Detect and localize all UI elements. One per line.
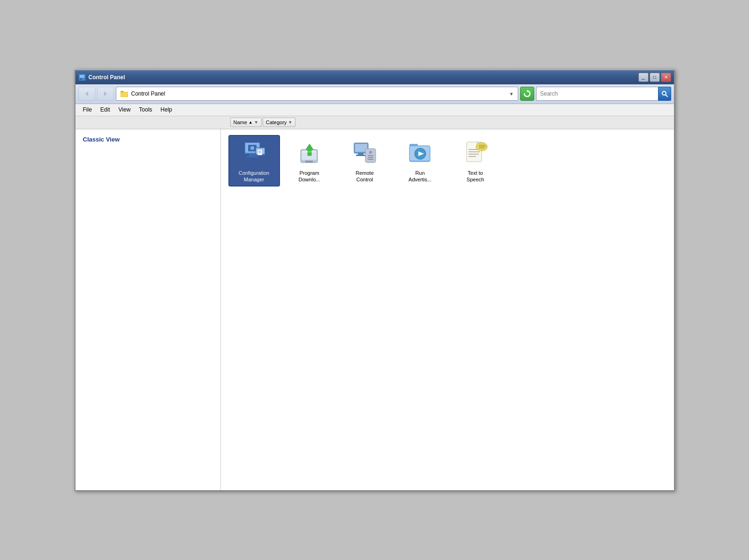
sort-name-dropdown[interactable]: ▼ (254, 120, 258, 125)
title-bar: Control Panel _ □ ✕ (76, 70, 674, 84)
minimize-button[interactable]: _ (638, 73, 649, 82)
run-advertised-image (406, 139, 434, 167)
back-icon (83, 90, 90, 97)
window-icon (78, 74, 86, 81)
sort-toolbar: Name ▲ ▼ Category ▼ (76, 116, 674, 129)
remote-control-label: RemoteControl (356, 170, 374, 183)
svg-rect-35 (368, 157, 373, 158)
svg-rect-2 (80, 78, 82, 80)
items-area: ConfigurationManager (221, 129, 674, 490)
text-to-speech-label: Text toSpeech (467, 170, 484, 183)
close-button[interactable]: ✕ (661, 73, 671, 82)
address-bar: Control Panel ▼ (116, 87, 518, 101)
remote-control-image (351, 139, 379, 167)
sort-arrow-icon: ▲ (249, 120, 253, 125)
control-panel-window: Control Panel _ □ ✕ Control Pan (75, 69, 675, 491)
maximize-button[interactable]: □ (650, 73, 660, 82)
text-to-speech-image (462, 139, 490, 167)
sort-name-label: Name (234, 119, 247, 125)
svg-line-10 (666, 95, 667, 97)
icon-text-to-speech[interactable]: Text toSpeech (450, 135, 501, 187)
program-download-label: ProgramDownlo... (299, 170, 320, 183)
run-advertised-label: RunAdvertis... (409, 170, 431, 183)
title-bar-left: Control Panel (78, 74, 125, 81)
menu-bar: File Edit View Tools Help (76, 104, 674, 116)
svg-point-16 (250, 146, 254, 150)
svg-rect-25 (305, 161, 313, 163)
svg-rect-36 (368, 159, 373, 160)
forward-button[interactable] (97, 87, 114, 101)
refresh-icon (523, 90, 531, 97)
classic-view-label: Classic View (83, 136, 120, 143)
content-area: Name ▲ ▼ Category ▼ Classic View (76, 116, 674, 490)
svg-rect-14 (246, 156, 258, 157)
svg-point-33 (369, 151, 372, 154)
svg-rect-30 (358, 153, 363, 155)
address-text: Control Panel (131, 90, 507, 97)
search-icon (661, 90, 668, 97)
back-button[interactable] (78, 87, 95, 101)
icon-run-advertised[interactable]: RunAdvertis... (394, 135, 446, 187)
svg-rect-31 (356, 155, 365, 156)
sort-category-label: Category (266, 119, 287, 125)
configuration-manager-image (240, 139, 268, 167)
svg-rect-27 (303, 151, 316, 152)
menu-help[interactable]: Help (157, 105, 176, 114)
svg-marker-3 (85, 91, 88, 96)
sort-category-dropdown[interactable]: ▼ (288, 120, 292, 125)
menu-edit[interactable]: Edit (97, 105, 114, 114)
search-container (536, 87, 671, 101)
address-toolbar: Control Panel ▼ (76, 84, 674, 104)
icon-program-download[interactable]: ProgramDownlo... (284, 135, 335, 187)
svg-marker-4 (104, 91, 107, 96)
window-title: Control Panel (89, 74, 125, 81)
sidebar: Classic View (76, 129, 221, 490)
address-dropdown-arrow[interactable]: ▼ (509, 91, 514, 97)
address-folder-icon (120, 90, 129, 98)
main-split: Classic View (76, 129, 674, 490)
sort-name-button[interactable]: Name ▲ ▼ (230, 118, 262, 127)
svg-rect-19 (257, 149, 262, 155)
search-input[interactable] (536, 87, 658, 101)
icon-configuration-manager[interactable]: ConfigurationManager (228, 135, 280, 187)
menu-tools[interactable]: Tools (135, 105, 156, 114)
icon-remote-control[interactable]: RemoteControl (339, 135, 391, 187)
refresh-button[interactable] (520, 87, 534, 101)
svg-rect-13 (249, 154, 256, 156)
search-button[interactable] (658, 87, 671, 101)
svg-rect-7 (121, 92, 128, 97)
svg-rect-34 (368, 155, 373, 156)
forward-icon (102, 90, 109, 97)
title-buttons: _ □ ✕ (638, 73, 671, 82)
program-download-image (295, 139, 324, 167)
svg-rect-1 (80, 75, 84, 78)
menu-view[interactable]: View (115, 105, 135, 114)
menu-file[interactable]: File (79, 105, 96, 114)
configuration-manager-label: ConfigurationManager (239, 170, 269, 183)
sort-category-button[interactable]: Category ▼ (263, 118, 296, 127)
